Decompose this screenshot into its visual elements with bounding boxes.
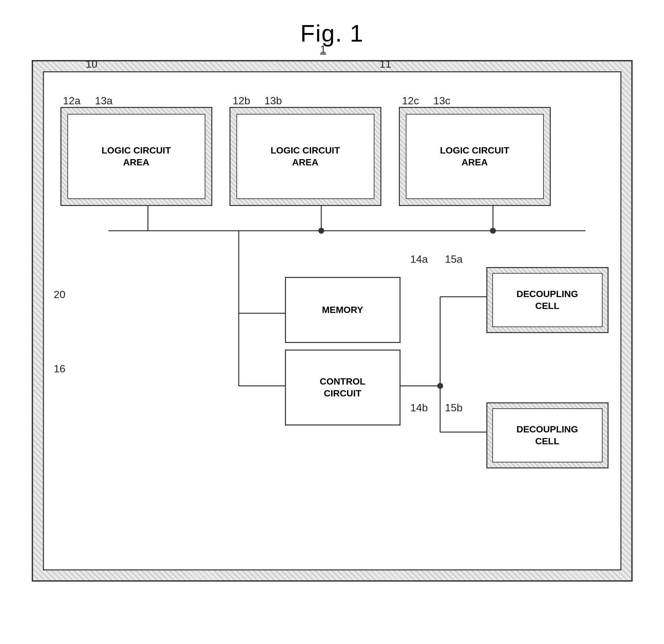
control-circuit-box: CONTROLCIRCUIT bbox=[285, 349, 400, 426]
ref-14a: 14a bbox=[410, 253, 428, 265]
svg-point-13 bbox=[437, 383, 443, 389]
ref-13a: 13a bbox=[95, 95, 112, 107]
ref-11: 11 bbox=[380, 58, 392, 70]
logic-area-c-outer: LOGIC CIRCUITAREA bbox=[399, 107, 551, 206]
ref-12b: 12b bbox=[233, 95, 250, 107]
memory-label: MEMORY bbox=[322, 304, 363, 316]
ref-16: 16 bbox=[54, 363, 66, 375]
control-label: CONTROLCIRCUIT bbox=[319, 375, 365, 400]
logic-area-c-inner: LOGIC CIRCUITAREA bbox=[406, 114, 544, 199]
decoupling-a-inner: DECOUPLINGCELL bbox=[492, 273, 603, 327]
logic-area-b-outer: LOGIC CIRCUITAREA bbox=[229, 107, 381, 206]
ref-15a: 15a bbox=[445, 253, 462, 265]
ref-10: 10 bbox=[86, 58, 98, 70]
ref-1: 1 bbox=[320, 43, 326, 56]
decoupling-a-outer: DECOUPLINGCELL bbox=[486, 267, 608, 333]
decoupling-b-inner: DECOUPLINGCELL bbox=[492, 408, 603, 463]
decoupling-a-label: DECOUPLINGCELL bbox=[516, 288, 578, 312]
svg-point-5 bbox=[490, 228, 496, 234]
logic-area-a-outer: LOGIC CIRCUITAREA bbox=[60, 107, 212, 206]
logic-area-a-label: LOGIC CIRCUITAREA bbox=[102, 145, 171, 169]
outer-container: 10 1 11 bbox=[32, 60, 632, 582]
svg-point-4 bbox=[318, 228, 324, 234]
memory-box: MEMORY bbox=[285, 277, 400, 343]
logic-area-c-label: LOGIC CIRCUITAREA bbox=[440, 145, 510, 169]
logic-area-a-inner: LOGIC CIRCUITAREA bbox=[67, 114, 205, 199]
ref-15b: 15b bbox=[445, 402, 462, 414]
logic-area-b-inner: LOGIC CIRCUITAREA bbox=[236, 114, 374, 199]
ref-20: 20 bbox=[54, 288, 66, 301]
ref-12a: 12a bbox=[63, 95, 81, 107]
ref-13c: 13c bbox=[434, 95, 451, 107]
ref-12c: 12c bbox=[402, 95, 419, 107]
ref-14b: 14b bbox=[410, 402, 428, 414]
decoupling-b-outer: DECOUPLINGCELL bbox=[486, 402, 608, 468]
logic-area-b-label: LOGIC CIRCUITAREA bbox=[271, 145, 340, 169]
inner-container: 12a 13a LOGIC CIRCUITAREA 12b 13b LOGIC … bbox=[43, 71, 621, 571]
page-title: Fig. 1 bbox=[300, 20, 364, 47]
decoupling-b-label: DECOUPLINGCELL bbox=[516, 424, 578, 448]
ref-13b: 13b bbox=[265, 95, 282, 107]
